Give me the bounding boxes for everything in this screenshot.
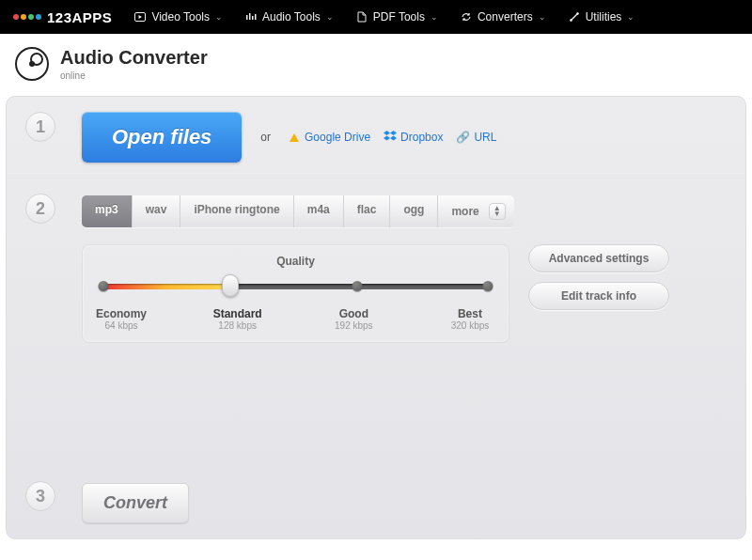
advanced-settings-button[interactable]: Advanced settings [528,244,669,272]
open-files-button[interactable]: Open files [82,112,242,163]
chevron-down-icon: ⌄ [326,12,334,22]
play-icon [134,11,146,23]
link-label: Google Drive [305,131,370,144]
slider-tick [483,281,494,291]
format-tab-m4a[interactable]: m4a [294,195,344,227]
slider-tick [99,281,109,291]
format-tab-iphone[interactable]: iPhone ringtone [180,195,293,227]
nav-utilities[interactable]: Utilities ⌄ [569,10,635,23]
page-subtitle: online [60,70,208,81]
quality-slider[interactable] [103,277,488,296]
nav-label: Utilities [586,10,622,23]
level-name: Economy [88,307,154,320]
level-bitrate: 128 kbps [205,320,271,331]
chevron-down-icon: ⌄ [627,12,634,22]
convert-button[interactable]: Convert [82,483,189,523]
slider-thumb[interactable] [222,274,239,297]
quality-labels: Economy 64 kbps Standard 128 kbps Good 1… [88,307,503,331]
quality-panel: Quality Economy 64 kbps [82,244,509,343]
refresh-icon [461,11,472,23]
chevron-down-icon: ⌄ [539,12,546,22]
top-nav: 123APPS Video Tools ⌄ Audio Tools ⌄ PDF … [0,0,752,34]
quality-level-standard[interactable]: Standard 128 kbps [205,307,271,331]
source-links: Google Drive Dropbox 🔗 URL [290,131,496,145]
format-tab-ogg[interactable]: ogg [390,195,438,227]
svg-rect-3 [252,16,254,20]
slider-tick [352,281,362,291]
level-name: Standard [205,307,271,320]
main-panel: 1 Open files or Google Drive Dropbox 🔗 U… [6,96,746,539]
quality-level-best[interactable]: Best 320 kbps [437,307,503,331]
link-label: Dropbox [400,131,443,144]
disc-icon [15,47,49,81]
format-tab-mp3[interactable]: mp3 [82,195,133,227]
svg-rect-1 [246,15,248,20]
edit-track-info-button[interactable]: Edit track info [528,282,669,310]
document-icon [356,11,368,23]
level-name: Best [437,307,503,320]
url-link[interactable]: 🔗 URL [456,131,496,144]
nav-label: Converters [478,10,533,23]
brand-dots-icon [13,14,41,20]
nav-video-tools[interactable]: Video Tools ⌄ [134,10,223,23]
nav-label: PDF Tools [373,10,425,23]
quality-level-good[interactable]: Good 192 kbps [321,307,386,331]
nav-label: Video Tools [151,10,210,23]
chevron-down-icon: ⌄ [431,12,438,22]
quality-level-economy[interactable]: Economy 64 kbps [88,307,154,331]
level-bitrate: 192 kbps [321,320,386,331]
nav-label: Audio Tools [262,10,321,23]
page-title: Audio Converter [60,47,208,69]
quality-title: Quality [98,255,494,268]
level-name: Good [321,307,386,320]
google-drive-link[interactable]: Google Drive [290,131,370,144]
or-text: or [260,131,271,144]
slider-fill [103,284,230,289]
tools-icon [569,11,580,23]
format-tab-more[interactable]: more ▲▼ [438,195,514,227]
page-header: Audio Converter online [0,34,752,88]
level-bitrate: 320 kbps [437,320,503,331]
equalizer-icon [245,11,257,23]
level-bitrate: 64 kbps [88,320,154,331]
link-icon: 🔗 [456,131,470,144]
updown-caret-icon: ▲▼ [489,203,506,220]
nav-audio-tools[interactable]: Audio Tools ⌄ [245,10,334,23]
step-badge-1: 1 [25,112,55,142]
brand-text: 123APPS [47,9,112,25]
format-tabs: mp3 wav iPhone ringtone m4a flac ogg mor… [82,195,514,227]
svg-rect-2 [249,13,251,20]
format-tab-wav[interactable]: wav [133,195,181,227]
dropbox-link[interactable]: Dropbox [384,131,443,145]
brand-logo[interactable]: 123APPS [13,9,112,25]
step-badge-2: 2 [25,194,55,224]
nav-converters[interactable]: Converters ⌄ [461,10,546,23]
svg-rect-4 [255,14,257,20]
nav-pdf-tools[interactable]: PDF Tools ⌄ [356,10,438,23]
step-badge-3: 3 [25,481,55,511]
chevron-down-icon: ⌄ [215,12,223,22]
tab-label: more [451,205,478,218]
google-drive-icon [290,133,299,142]
dropbox-icon [384,131,397,145]
format-tab-flac[interactable]: flac [344,195,391,227]
link-label: URL [474,131,496,144]
